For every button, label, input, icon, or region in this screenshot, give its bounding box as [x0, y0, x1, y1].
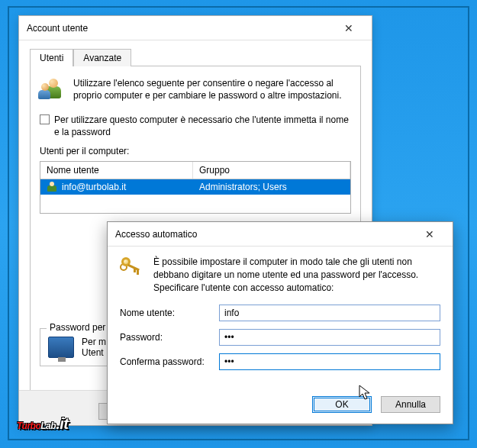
- confirm-password-field[interactable]: [219, 353, 440, 370]
- modal-text: È possibile impostare il computer in mod…: [153, 256, 440, 294]
- logo-part3: .it: [56, 415, 68, 432]
- auto-logon-dialog: Accesso automatico ✕ È possibile imposta…: [107, 221, 453, 424]
- modal-title: Accesso automatico: [115, 229, 414, 240]
- monitor-icon: [48, 337, 74, 358]
- logo-part1: Turbo: [17, 421, 40, 431]
- users-for-computer-label: Utenti per il computer:: [40, 146, 351, 156]
- require-login-checkbox[interactable]: [40, 114, 50, 124]
- cancel-button[interactable]: Annulla: [381, 396, 440, 413]
- password-label: Password:: [120, 332, 213, 343]
- window-title: Account utente: [27, 23, 334, 34]
- close-icon[interactable]: ✕: [334, 22, 364, 34]
- user-table: Nome utente Gruppo info@turbolab.it Admi…: [40, 161, 351, 214]
- modal-button-row: OK Annulla: [108, 388, 453, 424]
- col-username[interactable]: Nome utente: [40, 162, 193, 179]
- require-login-label: Per utilizzare questo computer è necessa…: [54, 114, 351, 138]
- username-label: Nome utente:: [120, 308, 213, 318]
- username-field[interactable]: [219, 305, 440, 321]
- user-icon: [47, 182, 57, 192]
- modal-titlebar: Accesso automatico ✕: [108, 222, 453, 247]
- row-username: info@turbolab.it: [62, 182, 126, 192]
- password-field[interactable]: [219, 329, 440, 346]
- password-fieldset-text: Per m Utent: [82, 337, 106, 358]
- logo-part2: Lab: [40, 421, 56, 431]
- password-line2: Utent: [82, 347, 106, 358]
- table-empty-area: [40, 195, 350, 213]
- tab-users[interactable]: Utenti: [30, 49, 73, 66]
- intro-text: Utilizzare l'elenco seguente per consent…: [73, 77, 351, 102]
- confirm-password-label: Conferma password:: [120, 356, 213, 367]
- ok-button[interactable]: OK: [312, 396, 372, 413]
- users-icon: [40, 77, 66, 103]
- row-group: Administrators; Users: [193, 179, 350, 195]
- table-row[interactable]: info@turbolab.it Administrators; Users: [40, 179, 350, 195]
- table-header: Nome utente Gruppo: [40, 162, 350, 179]
- keys-icon: [120, 256, 146, 282]
- col-group[interactable]: Gruppo: [193, 162, 350, 179]
- titlebar: Account utente ✕: [19, 16, 372, 40]
- modal-body: È possibile impostare il computer in mod…: [108, 247, 453, 388]
- tab-advanced[interactable]: Avanzate: [73, 49, 131, 66]
- turbolab-logo: TurboLab.it: [17, 410, 68, 434]
- tabs: Utenti Avanzate: [30, 48, 361, 66]
- password-line1: Per m: [82, 337, 106, 347]
- close-icon[interactable]: ✕: [414, 228, 445, 240]
